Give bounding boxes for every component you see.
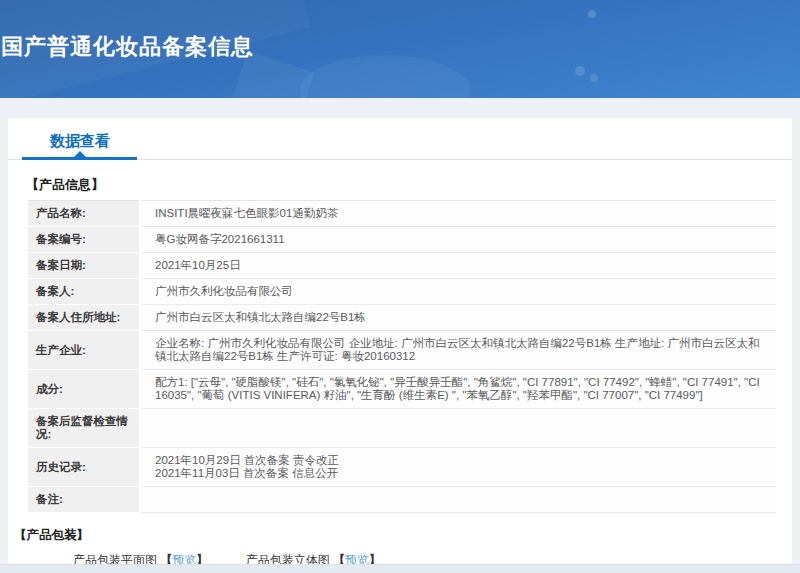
row-value: 配方1: ["云母", "硬脂酸镁", "硅石", "氯氧化铋", "异壬酸异壬… bbox=[140, 370, 776, 409]
row-value: 粤G妆网备字2021661311 bbox=[140, 227, 776, 253]
row-value: 2021年10月29日 首次备案 责令改正 2021年11月03日 首次备案 信… bbox=[140, 448, 776, 487]
row-label: 历史记录: bbox=[28, 448, 140, 487]
header-decor-dot bbox=[575, 66, 585, 76]
row-label: 成分: bbox=[28, 370, 140, 409]
table-row: 生产企业: 企业名称: 广州市久利化妆品有限公司 企业地址: 广州市白云区太和镇… bbox=[28, 331, 776, 370]
tab-bar: 数据查看 bbox=[8, 118, 792, 160]
table-row: 备注: bbox=[28, 487, 776, 513]
footer-strip bbox=[0, 564, 800, 573]
row-value bbox=[140, 487, 776, 513]
tab-data-view[interactable]: 数据查看 bbox=[50, 132, 110, 151]
header-decor-dot bbox=[588, 10, 596, 18]
row-label: 备注: bbox=[28, 487, 140, 513]
row-value: INSITI晨曜夜寐七色眼影01通勤奶茶 bbox=[140, 201, 776, 227]
page-header: 国产普通化妆品备案信息 bbox=[0, 0, 800, 98]
tab-active-underline bbox=[22, 157, 137, 160]
row-label: 备案后监督检查情况: bbox=[28, 409, 140, 448]
table-row: 备案人: 广州市久利化妆品有限公司 bbox=[28, 279, 776, 305]
row-label: 备案日期: bbox=[28, 253, 140, 279]
row-label: 备案人住所地址: bbox=[28, 305, 140, 331]
table-row: 备案后监督检查情况: bbox=[28, 409, 776, 448]
product-info-table: 产品名称: INSITI晨曜夜寐七色眼影01通勤奶茶 备案编号: 粤G妆网备字2… bbox=[28, 200, 776, 513]
row-value bbox=[140, 409, 776, 448]
header-decor-dot bbox=[590, 74, 598, 82]
product-info-heading: 【产品信息】 bbox=[26, 176, 792, 194]
packaging-heading: 【产品包装】 bbox=[14, 527, 792, 544]
page-title: 国产普通化妆品备案信息 bbox=[1, 32, 254, 62]
table-row: 产品名称: INSITI晨曜夜寐七色眼影01通勤奶茶 bbox=[28, 201, 776, 227]
table-row: 成分: 配方1: ["云母", "硬脂酸镁", "硅石", "氯氧化铋", "异… bbox=[28, 370, 776, 409]
row-value: 2021年10月25日 bbox=[140, 253, 776, 279]
header-decor-blob bbox=[300, 55, 470, 98]
table-row: 历史记录: 2021年10月29日 首次备案 责令改正 2021年11月03日 … bbox=[28, 448, 776, 487]
table-row: 备案编号: 粤G妆网备字2021661311 bbox=[28, 227, 776, 253]
row-label: 备案人: bbox=[28, 279, 140, 305]
content-card: 数据查看 【产品信息】 产品名称: INSITI晨曜夜寐七色眼影01通勤奶茶 备… bbox=[8, 118, 792, 565]
row-label: 生产企业: bbox=[28, 331, 140, 370]
row-label: 备案编号: bbox=[28, 227, 140, 253]
row-value: 企业名称: 广州市久利化妆品有限公司 企业地址: 广州市白云区太和镇北太路自编2… bbox=[140, 331, 776, 370]
row-label: 产品名称: bbox=[28, 201, 140, 227]
row-value: 广州市白云区太和镇北太路自编22号B1栋 bbox=[140, 305, 776, 331]
tab-caret-icon bbox=[74, 151, 86, 157]
table-row: 备案人住所地址: 广州市白云区太和镇北太路自编22号B1栋 bbox=[28, 305, 776, 331]
table-row: 备案日期: 2021年10月25日 bbox=[28, 253, 776, 279]
row-value: 广州市久利化妆品有限公司 bbox=[140, 279, 776, 305]
